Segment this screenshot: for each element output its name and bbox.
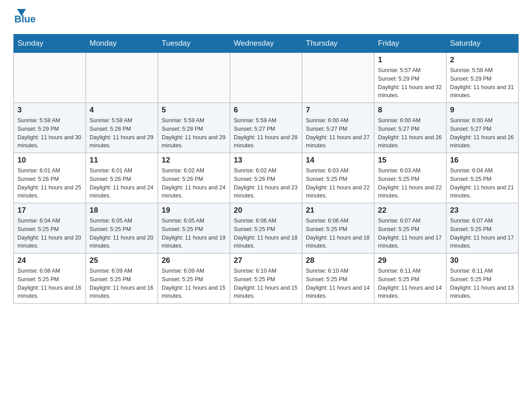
day-number: 13 <box>234 156 298 165</box>
day-info: Sunrise: 5:58 AM Sunset: 5:29 PM Dayligh… <box>450 66 515 100</box>
day-info: Sunrise: 6:06 AM Sunset: 5:25 PM Dayligh… <box>234 217 298 250</box>
day-number: 23 <box>450 206 515 215</box>
weekday-header-wednesday: Wednesday <box>230 34 302 53</box>
day-info: Sunrise: 6:10 AM Sunset: 5:25 PM Dayligh… <box>234 267 298 300</box>
calendar-cell: 14Sunrise: 6:03 AM Sunset: 5:25 PM Dayli… <box>302 153 374 203</box>
day-info: Sunrise: 6:00 AM Sunset: 5:27 PM Dayligh… <box>306 116 370 150</box>
calendar-row-0: 1Sunrise: 5:57 AM Sunset: 5:29 PM Daylig… <box>14 53 519 103</box>
calendar-cell: 20Sunrise: 6:06 AM Sunset: 5:25 PM Dayli… <box>230 203 302 253</box>
calendar-cell <box>302 53 374 103</box>
day-info: Sunrise: 6:07 AM Sunset: 5:25 PM Dayligh… <box>378 217 442 250</box>
day-number: 27 <box>234 256 298 265</box>
calendar-cell <box>86 53 158 103</box>
day-info: Sunrise: 6:02 AM Sunset: 5:26 PM Dayligh… <box>162 167 226 200</box>
day-info: Sunrise: 6:06 AM Sunset: 5:25 PM Dayligh… <box>306 217 370 250</box>
calendar-cell: 11Sunrise: 6:01 AM Sunset: 5:26 PM Dayli… <box>86 153 158 203</box>
day-number: 10 <box>17 156 82 165</box>
calendar-cell: 13Sunrise: 6:02 AM Sunset: 5:26 PM Dayli… <box>230 153 302 203</box>
calendar-cell: 12Sunrise: 6:02 AM Sunset: 5:26 PM Dayli… <box>158 153 230 203</box>
day-number: 12 <box>162 156 226 165</box>
calendar-cell: 28Sunrise: 6:10 AM Sunset: 5:25 PM Dayli… <box>302 253 374 304</box>
calendar-cell: 4Sunrise: 5:58 AM Sunset: 5:28 PM Daylig… <box>86 103 158 153</box>
calendar-cell: 9Sunrise: 6:00 AM Sunset: 5:27 PM Daylig… <box>446 103 519 153</box>
calendar-cell: 17Sunrise: 6:04 AM Sunset: 5:25 PM Dayli… <box>14 203 86 253</box>
calendar-row-3: 17Sunrise: 6:04 AM Sunset: 5:25 PM Dayli… <box>14 203 519 253</box>
calendar-cell: 8Sunrise: 6:00 AM Sunset: 5:27 PM Daylig… <box>374 103 446 153</box>
calendar-cell: 19Sunrise: 6:05 AM Sunset: 5:25 PM Dayli… <box>158 203 230 253</box>
day-info: Sunrise: 6:00 AM Sunset: 5:27 PM Dayligh… <box>450 116 515 150</box>
day-number: 16 <box>450 156 515 165</box>
calendar-cell: 6Sunrise: 5:59 AM Sunset: 5:27 PM Daylig… <box>230 103 302 153</box>
day-info: Sunrise: 5:59 AM Sunset: 5:27 PM Dayligh… <box>234 116 298 150</box>
day-info: Sunrise: 6:11 AM Sunset: 5:25 PM Dayligh… <box>378 267 442 300</box>
weekday-header-row: SundayMondayTuesdayWednesdayThursdayFrid… <box>14 34 519 53</box>
day-number: 8 <box>378 106 442 115</box>
day-number: 1 <box>378 56 442 64</box>
day-number: 11 <box>90 156 154 165</box>
calendar-cell: 27Sunrise: 6:10 AM Sunset: 5:25 PM Dayli… <box>230 253 302 304</box>
calendar-cell: 23Sunrise: 6:07 AM Sunset: 5:25 PM Dayli… <box>446 203 519 253</box>
day-info: Sunrise: 6:02 AM Sunset: 5:26 PM Dayligh… <box>234 167 298 200</box>
day-info: Sunrise: 6:04 AM Sunset: 5:25 PM Dayligh… <box>17 217 82 250</box>
calendar-cell: 24Sunrise: 6:08 AM Sunset: 5:25 PM Dayli… <box>14 253 86 304</box>
calendar-row-2: 10Sunrise: 6:01 AM Sunset: 5:26 PM Dayli… <box>14 153 519 203</box>
page-header: Blue <box>13 9 519 25</box>
calendar-row-1: 3Sunrise: 5:58 AM Sunset: 5:29 PM Daylig… <box>14 103 519 153</box>
day-number: 19 <box>162 206 226 215</box>
day-number: 30 <box>450 256 515 265</box>
day-number: 9 <box>450 106 515 115</box>
day-info: Sunrise: 6:00 AM Sunset: 5:27 PM Dayligh… <box>378 116 442 150</box>
day-number: 15 <box>378 156 442 165</box>
calendar-cell <box>158 53 230 103</box>
weekday-header-tuesday: Tuesday <box>158 34 230 53</box>
day-info: Sunrise: 6:03 AM Sunset: 5:25 PM Dayligh… <box>306 167 370 200</box>
calendar-row-4: 24Sunrise: 6:08 AM Sunset: 5:25 PM Dayli… <box>14 253 519 304</box>
day-number: 21 <box>306 206 370 215</box>
day-number: 26 <box>162 256 226 265</box>
day-info: Sunrise: 6:01 AM Sunset: 5:26 PM Dayligh… <box>17 167 82 200</box>
calendar-cell: 5Sunrise: 5:59 AM Sunset: 5:28 PM Daylig… <box>158 103 230 153</box>
calendar-cell: 21Sunrise: 6:06 AM Sunset: 5:25 PM Dayli… <box>302 203 374 253</box>
day-number: 28 <box>306 256 370 265</box>
day-info: Sunrise: 6:04 AM Sunset: 5:25 PM Dayligh… <box>450 167 515 200</box>
day-info: Sunrise: 6:07 AM Sunset: 5:25 PM Dayligh… <box>450 217 515 250</box>
day-number: 24 <box>17 256 82 265</box>
day-number: 6 <box>234 106 298 115</box>
day-number: 20 <box>234 206 298 215</box>
day-info: Sunrise: 5:59 AM Sunset: 5:28 PM Dayligh… <box>162 116 226 150</box>
day-info: Sunrise: 6:01 AM Sunset: 5:26 PM Dayligh… <box>90 167 154 200</box>
day-info: Sunrise: 5:58 AM Sunset: 5:29 PM Dayligh… <box>17 116 82 150</box>
calendar-cell: 3Sunrise: 5:58 AM Sunset: 5:29 PM Daylig… <box>14 103 86 153</box>
day-info: Sunrise: 5:58 AM Sunset: 5:28 PM Dayligh… <box>90 116 154 150</box>
day-number: 5 <box>162 106 226 115</box>
day-number: 2 <box>450 56 515 64</box>
calendar-cell: 18Sunrise: 6:05 AM Sunset: 5:25 PM Dayli… <box>86 203 158 253</box>
calendar-cell: 22Sunrise: 6:07 AM Sunset: 5:25 PM Dayli… <box>374 203 446 253</box>
logo: Blue <box>13 9 36 25</box>
day-info: Sunrise: 6:09 AM Sunset: 5:25 PM Dayligh… <box>90 267 154 300</box>
day-number: 29 <box>378 256 442 265</box>
calendar-cell: 29Sunrise: 6:11 AM Sunset: 5:25 PM Dayli… <box>374 253 446 304</box>
day-info: Sunrise: 6:05 AM Sunset: 5:25 PM Dayligh… <box>90 217 154 250</box>
calendar-cell: 30Sunrise: 6:11 AM Sunset: 5:25 PM Dayli… <box>446 253 519 304</box>
calendar-table: SundayMondayTuesdayWednesdayThursdayFrid… <box>13 34 519 304</box>
day-number: 7 <box>306 106 370 115</box>
weekday-header-friday: Friday <box>374 34 446 53</box>
day-number: 25 <box>90 256 154 265</box>
calendar-cell: 16Sunrise: 6:04 AM Sunset: 5:25 PM Dayli… <box>446 153 519 203</box>
calendar-cell <box>14 53 86 103</box>
day-number: 4 <box>90 106 154 115</box>
day-info: Sunrise: 6:05 AM Sunset: 5:25 PM Dayligh… <box>162 217 226 250</box>
day-number: 3 <box>17 106 82 115</box>
day-number: 14 <box>306 156 370 165</box>
weekday-header-thursday: Thursday <box>302 34 374 53</box>
calendar-cell: 2Sunrise: 5:58 AM Sunset: 5:29 PM Daylig… <box>446 53 519 103</box>
day-info: Sunrise: 6:03 AM Sunset: 5:25 PM Dayligh… <box>378 167 442 200</box>
calendar-cell: 25Sunrise: 6:09 AM Sunset: 5:25 PM Dayli… <box>86 253 158 304</box>
day-info: Sunrise: 6:11 AM Sunset: 5:25 PM Dayligh… <box>450 267 515 300</box>
day-info: Sunrise: 6:08 AM Sunset: 5:25 PM Dayligh… <box>17 267 82 300</box>
day-info: Sunrise: 5:57 AM Sunset: 5:29 PM Dayligh… <box>378 66 442 100</box>
day-info: Sunrise: 6:09 AM Sunset: 5:25 PM Dayligh… <box>162 267 226 300</box>
calendar-cell: 15Sunrise: 6:03 AM Sunset: 5:25 PM Dayli… <box>374 153 446 203</box>
day-number: 22 <box>378 206 442 215</box>
